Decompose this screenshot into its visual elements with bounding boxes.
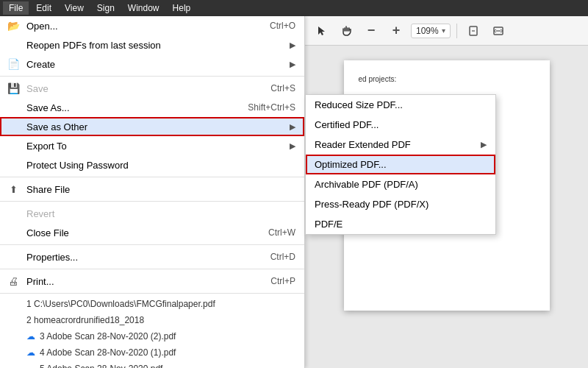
menu-window[interactable]: Window: [122, 1, 165, 15]
recent-3-label: 3 Adobe Scan 28-Nov-2020 (2).pdf: [40, 331, 176, 342]
menu-item-print[interactable]: 🖨 Print... Ctrl+P: [0, 272, 304, 291]
menu-item-properties[interactable]: Properties... Ctrl+D: [0, 247, 304, 266]
zoom-out-btn[interactable]: −: [361, 21, 381, 41]
separator-2: [0, 177, 304, 177]
protect-label: Protect Using Password: [26, 160, 129, 171]
menu-item-save-as-other[interactable]: Save as Other ▶: [0, 117, 304, 136]
menu-item-export[interactable]: Export To ▶: [0, 136, 304, 155]
create-label: Create: [26, 59, 55, 70]
menu-item-share[interactable]: ⬆ Share File: [0, 180, 304, 199]
cloud-icon-4: ☁: [26, 347, 35, 358]
recent-4-label: 4 Adobe Scan 28-Nov-2020 (1).pdf: [40, 347, 176, 358]
zoom-dropdown-arrow: ▾: [442, 26, 445, 35]
separator-5: [0, 269, 304, 269]
pdf-toolbar: − + 109% ▾: [305, 16, 588, 46]
properties-label: Properties...: [26, 252, 78, 263]
reader-extended-arrow: ▶: [481, 140, 487, 149]
reader-extended-label: Reader Extended PDF: [315, 139, 411, 150]
recent-1-label: 1 C:\Users\PC0\Downloads\FMCGfinalpaper.…: [26, 299, 215, 309]
open-shortcut: Ctrl+O: [248, 21, 295, 31]
export-label: Export To: [26, 141, 67, 152]
separator-6: [0, 293, 304, 294]
save-as-label: Save As...: [26, 102, 70, 113]
pointer-icon: [315, 25, 327, 37]
menu-item-create[interactable]: 📄 Create ▶: [0, 54, 304, 74]
submenu-certified[interactable]: Certified PDF...: [306, 115, 495, 135]
submenu-reader-extended[interactable]: Reader Extended PDF ▶: [306, 135, 495, 155]
pointer-tool-btn[interactable]: [311, 21, 331, 41]
create-icon: 📄: [6, 58, 21, 70]
print-label: Print...: [26, 276, 54, 287]
separator-4: [0, 244, 304, 245]
recent-2-label: 2 homeacrordrunified18_2018: [26, 315, 144, 325]
menu-item-protect[interactable]: Protect Using Password: [0, 155, 304, 174]
menu-bar: File Edit View Sign Window Help: [0, 0, 588, 16]
menu-help[interactable]: Help: [167, 1, 197, 15]
fit-page-icon: [467, 25, 479, 37]
properties-shortcut: Ctrl+D: [248, 252, 295, 262]
save-as-other-submenu: Reduced Size PDF... Certified PDF... Rea…: [305, 94, 496, 235]
menu-item-open[interactable]: 📂 Open... Ctrl+O: [0, 16, 304, 35]
print-shortcut: Ctrl+P: [248, 276, 295, 286]
open-label: Open...: [26, 21, 58, 32]
certified-label: Certified PDF...: [315, 119, 379, 130]
pdf-text: ed projects:: [359, 75, 535, 83]
cloud-icon-3: ☁: [26, 331, 35, 342]
share-icon: ⬆: [6, 184, 21, 195]
share-label: Share File: [26, 184, 70, 195]
menu-edit[interactable]: Edit: [30, 1, 57, 15]
submenu-optimized[interactable]: Optimized PDF...: [306, 155, 495, 174]
recent-file-1[interactable]: 1 C:\Users\PC0\Downloads\FMCGfinalpaper.…: [0, 296, 304, 312]
recent-5-label: 5 Adobe Scan 28-Nov-2020.pdf: [40, 364, 162, 368]
reduced-size-label: Reduced Size PDF...: [315, 99, 403, 110]
cloud-icon-5: ☁: [26, 364, 35, 368]
open-icon: 📂: [6, 20, 21, 32]
export-arrow: ▶: [290, 141, 295, 151]
separator-3: [0, 201, 304, 202]
submenu-archivable[interactable]: Archivable PDF (PDF/A): [306, 174, 495, 194]
menu-sign[interactable]: Sign: [91, 1, 121, 15]
save-as-other-arrow: ▶: [290, 122, 295, 132]
close-label: Close File: [26, 227, 69, 238]
menu-file[interactable]: File: [3, 1, 29, 15]
submenu-press-ready[interactable]: Press-Ready PDF (PDF/X): [306, 194, 495, 214]
create-arrow: ▶: [290, 60, 295, 69]
menu-item-reopen[interactable]: Reopen PDFs from last session ▶: [0, 35, 304, 54]
close-shortcut: Ctrl+W: [246, 227, 295, 238]
recent-file-5[interactable]: ☁ 5 Adobe Scan 28-Nov-2020.pdf: [0, 361, 304, 368]
optimized-label: Optimized PDF...: [315, 159, 387, 170]
revert-label: Revert: [26, 208, 54, 219]
recent-file-3[interactable]: ☁ 3 Adobe Scan 28-Nov-2020 (2).pdf: [0, 328, 304, 344]
zoom-in-btn[interactable]: +: [386, 21, 406, 41]
submenu-reduced-size[interactable]: Reduced Size PDF...: [306, 95, 495, 115]
zoom-value: 109%: [416, 26, 439, 36]
main-area: 📂 Open... Ctrl+O Reopen PDFs from last s…: [0, 16, 588, 368]
save-label: Save: [26, 83, 49, 94]
zoom-control[interactable]: 109% ▾: [411, 24, 451, 38]
hand-tool-btn[interactable]: [336, 21, 356, 41]
print-icon: 🖨: [6, 275, 21, 287]
menu-item-revert[interactable]: Revert: [0, 204, 304, 223]
separator-1: [0, 76, 304, 77]
recent-file-2[interactable]: 2 homeacrordrunified18_2018: [0, 312, 304, 328]
save-icon: 💾: [6, 82, 21, 94]
save-shortcut: Ctrl+S: [248, 83, 295, 93]
archivable-label: Archivable PDF (PDF/A): [315, 179, 418, 190]
menu-item-close[interactable]: Close File Ctrl+W: [0, 223, 304, 242]
menu-item-save[interactable]: 💾 Save Ctrl+S: [0, 79, 304, 98]
file-menu-dropdown: 📂 Open... Ctrl+O Reopen PDFs from last s…: [0, 16, 305, 368]
menu-item-save-as[interactable]: Save As... Shift+Ctrl+S: [0, 98, 304, 117]
save-as-shortcut: Shift+Ctrl+S: [226, 102, 295, 113]
hand-icon: [340, 25, 352, 37]
save-as-other-label: Save as Other: [26, 121, 87, 132]
recent-file-4[interactable]: ☁ 4 Adobe Scan 28-Nov-2020 (1).pdf: [0, 344, 304, 361]
submenu-pdf-e[interactable]: PDF/E: [306, 214, 495, 234]
toolbar-separator-1: [456, 24, 457, 38]
fit-width-btn[interactable]: [488, 21, 509, 41]
press-ready-label: Press-Ready PDF (PDF/X): [315, 199, 429, 210]
reopen-arrow: ▶: [290, 40, 295, 50]
menu-view[interactable]: View: [59, 1, 90, 15]
fit-page-btn[interactable]: [463, 21, 484, 41]
reopen-label: Reopen PDFs from last session: [26, 40, 161, 51]
fit-width-icon: [492, 25, 504, 37]
